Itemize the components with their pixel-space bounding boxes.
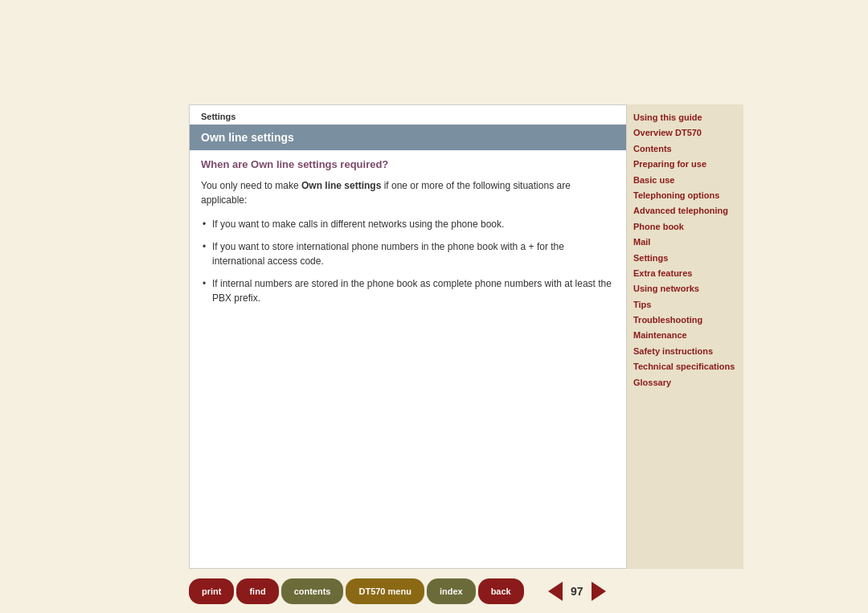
next-page-arrow[interactable] [592,582,606,601]
sidebar-link[interactable]: Basic use [633,174,737,187]
sidebar-link[interactable]: Using networks [633,282,737,296]
sidebar-link[interactable]: Glossary [633,376,737,390]
sidebar-link[interactable]: Overview DT570 [633,126,737,140]
sidebar-link[interactable]: Telephoning options [633,189,737,202]
index-button[interactable]: index [427,578,476,604]
menu-button[interactable]: DT570 menu [346,578,424,604]
prev-page-arrow[interactable] [548,582,563,601]
intro-before-bold: You only need to make [201,180,301,191]
sidebar-link[interactable]: Phone book [633,220,737,234]
sidebar-link[interactable]: Using this guide [633,111,737,125]
content-body: When are Own line settings required? You… [190,158,626,552]
nav-buttons: print find contents DT570 menu index bac… [189,578,627,604]
main-area: Settings Own line settings When are Own … [0,104,868,569]
sidebar-link[interactable]: Technical specifications [633,360,737,374]
left-spacer [0,104,189,569]
content-area: Settings Own line settings When are Own … [189,104,627,569]
contents-button[interactable]: contents [281,578,344,604]
bottom-bar: print find contents DT570 menu index bac… [0,569,868,613]
sidebar-link[interactable]: Troubleshooting [633,313,737,327]
find-button[interactable]: find [236,578,278,604]
print-button[interactable]: print [189,578,234,604]
sidebar-link[interactable]: Mail [633,235,737,249]
sidebar-link[interactable]: Preparing for use [633,157,737,171]
page-nav: 97 [533,582,621,601]
list-item: If you want to make calls in different n… [201,217,615,231]
top-spacer [0,0,868,104]
section-title: Own line settings [201,131,294,144]
sidebar-link[interactable]: Extra features [633,267,737,280]
sidebar-link[interactable]: Tips [633,298,737,312]
breadcrumb: Settings [190,105,626,125]
list-item: If internal numbers are stored in the ph… [201,276,615,305]
question-heading: When are Own line settings required? [201,158,615,170]
content-bottom-spacer [190,552,626,568]
sidebar: Using this guideOverview DT570ContentsPr… [627,104,743,569]
sidebar-link[interactable]: Contents [633,142,737,156]
page-number: 97 [567,585,587,598]
sidebar-link[interactable]: Settings [633,251,737,265]
sidebar-link[interactable]: Maintenance [633,329,737,342]
sidebar-link[interactable]: Advanced telephoning [633,204,737,218]
section-title-bar: Own line settings [190,125,626,150]
bullet-list: If you want to make calls in different n… [201,217,615,305]
list-item: If you want to store international phone… [201,239,615,268]
page-wrapper: Settings Own line settings When are Own … [0,0,868,613]
right-spacer [743,104,868,569]
sidebar-link[interactable]: Safety instructions [633,345,737,358]
intro-paragraph: You only need to make Own line settings … [201,178,615,207]
intro-bold: Own line settings [301,180,381,191]
back-button[interactable]: back [478,578,524,604]
